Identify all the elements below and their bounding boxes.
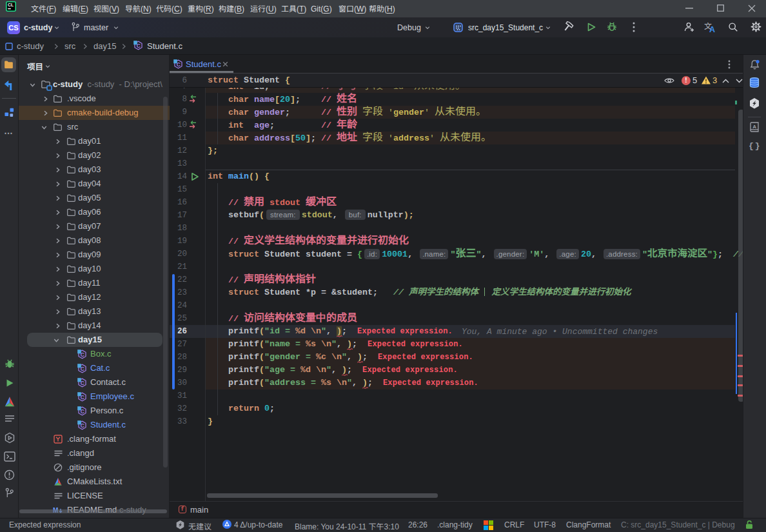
svg-text:CL: CL xyxy=(8,3,14,7)
svg-text:A: A xyxy=(752,124,756,130)
svg-text:A: A xyxy=(709,25,715,34)
